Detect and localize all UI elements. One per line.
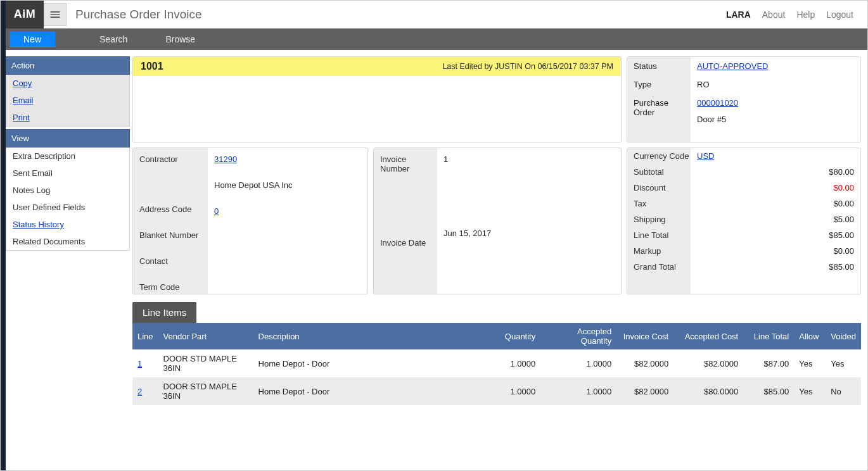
- action-print[interactable]: Print: [6, 109, 129, 126]
- currency-card: Currency Code Subtotal Discount Tax Ship…: [627, 148, 861, 294]
- cell-allow: Yes: [794, 349, 826, 377]
- view-related-documents[interactable]: Related Documents: [6, 233, 129, 250]
- col-line-total[interactable]: Line Total: [743, 323, 794, 349]
- contractor-label: Contractor: [133, 148, 208, 164]
- col-accepted-cost[interactable]: Accepted Cost: [673, 323, 743, 349]
- term-code-label: Term Code: [133, 276, 208, 292]
- view-panel-body: Extra Description Sent Email Notes Log U…: [6, 148, 130, 251]
- tax-value: $0.00: [697, 199, 854, 208]
- type-value: RO: [691, 75, 860, 94]
- cell-accepted-quantity: 1.0000: [540, 349, 616, 377]
- currency-code-link[interactable]: USD: [697, 151, 714, 161]
- po-label: Purchase Order: [627, 94, 691, 122]
- action-copy[interactable]: Copy: [6, 75, 129, 92]
- status-label: Status: [627, 57, 691, 75]
- col-description[interactable]: Description: [253, 323, 490, 349]
- col-allow[interactable]: Allow: [794, 323, 826, 349]
- table-row: 2DOOR STD MAPLE 36INHome Depot - Door1.0…: [132, 377, 861, 405]
- view-panel-header: View: [6, 129, 130, 148]
- contact-label: Contact: [133, 250, 208, 266]
- status-value[interactable]: AUTO-APPROVED: [697, 61, 768, 71]
- col-quantity[interactable]: Quantity: [490, 323, 540, 349]
- markup-value: $0.00: [697, 246, 854, 256]
- search-link[interactable]: Search: [99, 34, 127, 44]
- cell-quantity: 1.0000: [490, 377, 540, 405]
- action-panel-body: Copy Email Print: [6, 75, 130, 127]
- logout-link[interactable]: Logout: [826, 9, 853, 20]
- grand-total-value: $85.00: [697, 262, 854, 272]
- cell-accepted-quantity: 1.0000: [540, 377, 616, 405]
- view-sent-email[interactable]: Sent Email: [6, 165, 129, 182]
- invoice-number-label: Invoice Number: [374, 148, 437, 173]
- cell-allow: Yes: [794, 377, 826, 405]
- view-notes-log[interactable]: Notes Log: [6, 182, 129, 199]
- current-user: LARA: [726, 9, 751, 20]
- cell-quantity: 1.0000: [490, 349, 540, 377]
- col-accepted-quantity[interactable]: Accepted Quantity: [540, 323, 616, 349]
- last-edited-text: Last Edited by JUSTIN On 06/15/2017 03:3…: [442, 62, 613, 71]
- left-edge-strip: [1, 1, 6, 471]
- action-panel-header: Action: [6, 56, 130, 75]
- contractor-name: Home Depot USA Inc: [208, 174, 367, 190]
- new-button[interactable]: New: [10, 32, 55, 47]
- line-items-tab: Line Items: [132, 302, 196, 323]
- cell-vendor-part: DOOR STD MAPLE 36IN: [158, 349, 253, 377]
- help-link[interactable]: Help: [796, 9, 815, 20]
- table-row: 1DOOR STD MAPLE 36INHome Depot - Door1.0…: [132, 349, 861, 377]
- cell-invoice-cost: $82.0000: [616, 377, 673, 405]
- status-card: Status Type Purchase Order AUTO-APPROVED…: [627, 56, 861, 142]
- subtotal-value: $80.00: [697, 167, 854, 177]
- col-line[interactable]: Line: [132, 323, 158, 349]
- line-items-table: Line Vendor Part Description Quantity Ac…: [132, 323, 861, 405]
- page-title: Purchase Order Invoice: [75, 8, 202, 22]
- top-bar: AiM Purchase Order Invoice LARA About He…: [6, 1, 867, 28]
- hamburger-menu-button[interactable]: [44, 3, 67, 26]
- cell-vendor-part: DOOR STD MAPLE 36IN: [158, 377, 253, 405]
- type-label: Type: [627, 75, 691, 94]
- main-content: 1001 Last Edited by JUSTIN On 06/15/2017…: [132, 56, 861, 405]
- col-vendor-part[interactable]: Vendor Part: [158, 323, 253, 349]
- invoice-card: Invoice Number Invoice Date 1 Jun 15, 20…: [373, 148, 622, 294]
- line-link[interactable]: 2: [137, 387, 142, 396]
- po-description: Door #5: [691, 112, 860, 129]
- cell-description: Home Depot - Door: [253, 349, 490, 377]
- cell-voided: No: [826, 377, 861, 405]
- shipping-value: $5.00: [697, 215, 854, 224]
- col-invoice-cost[interactable]: Invoice Cost: [616, 323, 673, 349]
- browse-link[interactable]: Browse: [165, 34, 195, 44]
- address-code-label: Address Code: [133, 198, 208, 214]
- cell-line-total: $87.00: [743, 349, 794, 377]
- cell-line-total: $85.00: [743, 377, 794, 405]
- invoice-date-value: Jun 15, 2017: [437, 222, 621, 238]
- contractor-card: Contractor Address Code Blanket Number C…: [132, 148, 368, 294]
- invoice-date-label: Invoice Date: [374, 232, 437, 248]
- blanket-label: Blanket Number: [133, 224, 208, 240]
- contractor-link[interactable]: 31290: [214, 154, 237, 164]
- view-user-defined-fields[interactable]: User Defined Fields: [6, 199, 129, 216]
- hamburger-icon: [49, 8, 61, 21]
- view-status-history[interactable]: Status History: [6, 216, 129, 233]
- address-code-link[interactable]: 0: [214, 206, 219, 216]
- view-extra-description[interactable]: Extra Description: [6, 148, 129, 165]
- action-email[interactable]: Email: [6, 92, 129, 109]
- col-voided[interactable]: Voided: [826, 323, 861, 349]
- left-sidebar: Action Copy Email Print View Extra Descr…: [6, 56, 130, 251]
- about-link[interactable]: About: [762, 9, 786, 20]
- discount-value: $0.00: [697, 183, 854, 192]
- record-number: 1001: [141, 61, 163, 72]
- record-header-card: 1001 Last Edited by JUSTIN On 06/15/2017…: [132, 56, 622, 142]
- menu-bar: New Search Browse: [6, 28, 867, 50]
- cell-accepted-cost: $80.0000: [673, 377, 743, 405]
- po-link[interactable]: 000001020: [697, 98, 738, 108]
- linetotal-value: $85.00: [697, 230, 854, 240]
- record-header-bar: 1001 Last Edited by JUSTIN On 06/15/2017…: [133, 57, 621, 76]
- cell-invoice-cost: $82.0000: [616, 349, 673, 377]
- line-link[interactable]: 1: [137, 359, 142, 368]
- cell-accepted-cost: $82.0000: [673, 349, 743, 377]
- invoice-number-value: 1: [437, 148, 621, 164]
- cell-voided: Yes: [826, 349, 861, 377]
- app-logo[interactable]: AiM: [6, 1, 44, 28]
- cell-description: Home Depot - Door: [253, 377, 490, 405]
